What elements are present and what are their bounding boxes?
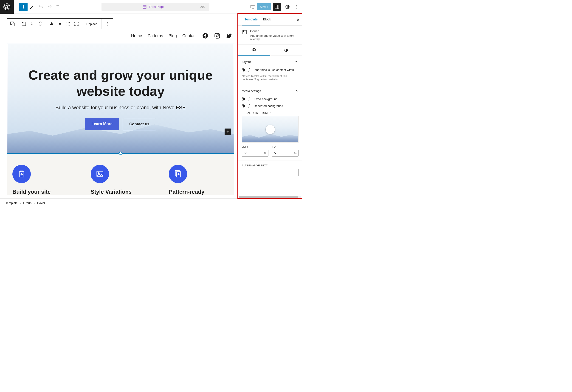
- tab-block[interactable]: Block: [260, 14, 274, 26]
- editor-canvas: Replace Home Patterns Blog Contact Creat…: [0, 14, 238, 198]
- svg-point-18: [69, 22, 70, 23]
- content-position-icon[interactable]: [56, 18, 64, 29]
- settings-panel-toggle[interactable]: [273, 3, 281, 11]
- add-block-button[interactable]: [19, 3, 28, 11]
- fixed-background-toggle[interactable]: [242, 97, 250, 101]
- nav-link-patterns[interactable]: Patterns: [148, 33, 163, 38]
- twitter-icon[interactable]: [226, 32, 232, 39]
- svg-point-22: [67, 25, 67, 26]
- block-subtabs: [238, 45, 302, 56]
- breadcrumb-item[interactable]: Group: [23, 201, 32, 205]
- sidebar-tabs: Template Block ×: [238, 14, 302, 26]
- main-layout: Replace Home Patterns Blog Contact Creat…: [0, 14, 302, 198]
- feature-title: Build your site: [12, 189, 72, 195]
- alt-text-input[interactable]: [242, 169, 299, 176]
- download-icon: [169, 165, 187, 183]
- svg-point-6: [296, 8, 297, 9]
- block-more-options-icon[interactable]: [103, 18, 111, 29]
- more-options-icon[interactable]: [292, 3, 300, 11]
- inner-blocks-width-toggle[interactable]: [242, 68, 250, 72]
- focal-left-input[interactable]: [244, 152, 264, 155]
- fullscreen-icon[interactable]: [72, 18, 80, 29]
- edit-tool-icon[interactable]: [28, 3, 36, 11]
- svg-point-17: [68, 22, 68, 23]
- facebook-icon[interactable]: [202, 32, 208, 39]
- cover-block[interactable]: Create and grow your unique website toda…: [7, 44, 234, 154]
- full-height-icon[interactable]: [64, 18, 72, 29]
- subtab-styles[interactable]: [270, 45, 302, 56]
- nav-link-contact[interactable]: Contact: [182, 33, 197, 38]
- resize-handle[interactable]: [119, 152, 122, 155]
- svg-point-30: [216, 35, 218, 37]
- focal-point-picker[interactable]: [242, 116, 299, 142]
- contact-us-button[interactable]: Contact us: [123, 118, 156, 130]
- feature-col[interactable]: Pattern-ready: [169, 165, 229, 195]
- svg-rect-1: [251, 5, 255, 8]
- redo-icon[interactable]: [46, 3, 54, 11]
- undo-icon[interactable]: [37, 3, 45, 11]
- close-sidebar-icon[interactable]: ×: [297, 17, 300, 22]
- feature-col[interactable]: Build your site: [12, 165, 72, 195]
- svg-point-20: [68, 24, 68, 24]
- unit-label: %: [264, 152, 266, 155]
- panel-header-media[interactable]: Media settings: [242, 89, 299, 93]
- instagram-icon[interactable]: [214, 32, 221, 39]
- feature-col[interactable]: Style Variations: [91, 165, 151, 195]
- panel-header-layout[interactable]: Layout: [242, 60, 299, 64]
- breadcrumb-item[interactable]: Cover: [37, 201, 45, 205]
- cover-block-icon[interactable]: [20, 18, 28, 29]
- focal-top-input[interactable]: [274, 152, 294, 155]
- left-input-wrapper: %: [242, 150, 269, 157]
- tab-template[interactable]: Template: [242, 14, 260, 26]
- svg-rect-8: [12, 23, 15, 26]
- toggle-row-fixed-bg: Fixed background: [242, 97, 299, 101]
- chevron-right-icon: ›: [34, 201, 35, 205]
- layout-help-text: Nested blocks will fill the width of thi…: [242, 75, 299, 81]
- block-info: Cover Add an image or video with a text …: [238, 26, 302, 45]
- svg-point-5: [296, 6, 297, 7]
- panel-title: Media settings: [242, 89, 261, 93]
- block-name: Cover: [250, 29, 299, 33]
- focal-picker-label: FOCAL POINT PICKER: [242, 111, 299, 114]
- move-updown-icon[interactable]: [36, 18, 45, 29]
- top-toolbar: Front Page ⌘K Saved: [0, 0, 302, 14]
- toggle-label: Inner blocks use content width: [254, 68, 294, 72]
- subtab-settings[interactable]: [238, 45, 270, 56]
- styles-icon[interactable]: [283, 3, 292, 11]
- top-label: TOP: [272, 145, 299, 148]
- scrollbar-thumb[interactable]: [239, 196, 298, 198]
- saved-button[interactable]: Saved: [257, 3, 271, 10]
- svg-rect-2: [275, 5, 279, 9]
- nav-link-blog[interactable]: Blog: [169, 33, 177, 38]
- cover-subtitle[interactable]: Build a website for your business or bra…: [55, 105, 186, 111]
- drag-handle-icon[interactable]: [28, 18, 36, 29]
- wordpress-logo[interactable]: [0, 0, 14, 14]
- chevron-right-icon: ›: [20, 201, 21, 205]
- select-parent-icon[interactable]: [9, 18, 17, 29]
- document-overview-icon[interactable]: [54, 3, 63, 11]
- cover-heading[interactable]: Create and grow your unique website toda…: [16, 67, 224, 99]
- svg-point-13: [31, 25, 32, 25]
- scrollbar-track[interactable]: [239, 196, 301, 198]
- svg-rect-0: [143, 5, 146, 8]
- breadcrumb-item[interactable]: Template: [5, 201, 18, 205]
- nav-link-home[interactable]: Home: [131, 33, 142, 38]
- svg-rect-38: [243, 30, 244, 32]
- replace-media-button[interactable]: Replace: [84, 22, 100, 26]
- document-title-bar[interactable]: Front Page ⌘K: [101, 3, 209, 11]
- focal-point-handle[interactable]: [266, 125, 275, 134]
- align-icon[interactable]: [48, 18, 56, 29]
- gear-icon: [252, 47, 256, 52]
- learn-more-button[interactable]: Learn More: [85, 118, 119, 130]
- top-input-wrapper: %: [272, 150, 299, 157]
- svg-rect-33: [97, 171, 103, 176]
- layout-panel: Layout Inner blocks use content width Ne…: [238, 56, 302, 85]
- add-inner-block-button[interactable]: [224, 128, 231, 135]
- svg-point-11: [31, 23, 32, 23]
- block-description: Add an image or video with a text overla…: [250, 34, 299, 41]
- view-desktop-icon[interactable]: [249, 3, 257, 11]
- repeated-background-toggle[interactable]: [242, 104, 250, 108]
- svg-rect-10: [22, 22, 23, 23]
- focal-coords: LEFT % TOP %: [242, 145, 299, 157]
- svg-rect-15: [59, 23, 61, 25]
